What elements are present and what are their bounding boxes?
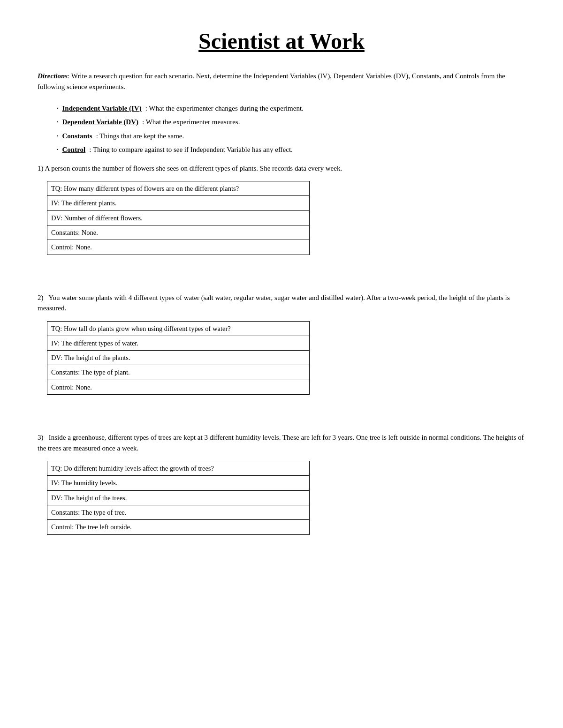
list-item: Control: Thing to compare against to see… bbox=[56, 144, 525, 155]
scenario-3-number: 3) bbox=[38, 434, 44, 441]
def-dv: : What the experimenter measures. bbox=[142, 117, 240, 128]
table-cell: TQ: How tall do plants grow when using d… bbox=[47, 321, 310, 336]
directions-text: : Write a research question for each sce… bbox=[38, 72, 505, 90]
table-cell: Constants: The type of plant. bbox=[47, 365, 310, 380]
term-dv: Dependent Variable (DV) bbox=[62, 117, 139, 128]
table-cell: TQ: How many different types of flowers … bbox=[47, 181, 310, 196]
scenario-3-body: Inside a greenhouse, different types of … bbox=[38, 434, 524, 452]
scenario-1: 1) A person counts the number of flowers… bbox=[38, 163, 525, 255]
directions-block: Directions: Write a research question fo… bbox=[38, 71, 525, 92]
table-row: Constants: The type of tree. bbox=[47, 505, 310, 519]
def-iv: : What the experimenter changes during t… bbox=[145, 103, 304, 114]
table-cell: Constants: The type of tree. bbox=[47, 505, 310, 519]
scenario-3-table: TQ: Do different humidity levels affect … bbox=[47, 461, 310, 534]
list-item: Constants: Things that are kept the same… bbox=[56, 131, 525, 142]
table-row: Control: The tree left outside. bbox=[47, 520, 310, 534]
table-row: TQ: Do different humidity levels affect … bbox=[47, 461, 310, 476]
table-row: DV: Number of different flowers. bbox=[47, 210, 310, 225]
scenario-1-body: A person counts the number of flowers sh… bbox=[45, 165, 342, 172]
table-cell: Control: None. bbox=[47, 240, 310, 255]
table-row: Control: None. bbox=[47, 380, 310, 394]
table-row: DV: The height of the trees. bbox=[47, 490, 310, 505]
table-cell: Control: None. bbox=[47, 380, 310, 394]
def-control: : Thing to compare against to see if Ind… bbox=[89, 144, 293, 155]
table-cell: TQ: Do different humidity levels affect … bbox=[47, 461, 310, 476]
table-cell: Control: The tree left outside. bbox=[47, 520, 310, 534]
scenario-1-text: 1) A person counts the number of flowers… bbox=[38, 163, 525, 174]
scenario-2-body: You water some plants with 4 different t… bbox=[38, 294, 510, 312]
directions-label: Directions bbox=[38, 72, 68, 80]
table-row: Constants: None. bbox=[47, 225, 310, 240]
def-constants: : Things that are kept the same. bbox=[96, 131, 184, 142]
table-row: TQ: How tall do plants grow when using d… bbox=[47, 321, 310, 336]
scenario-1-number: 1) bbox=[38, 165, 44, 172]
scenario-3: 3) Inside a greenhouse, different types … bbox=[38, 432, 525, 534]
term-control: Control bbox=[62, 144, 86, 155]
table-cell: IV: The different plants. bbox=[47, 196, 310, 210]
scenario-1-table: TQ: How many different types of flowers … bbox=[47, 181, 310, 255]
scenario-2: 2) You water some plants with 4 differen… bbox=[38, 293, 525, 395]
page: Scientist at Work Directions: Write a re… bbox=[0, 0, 563, 728]
page-title: Scientist at Work bbox=[38, 28, 525, 54]
table-cell: IV: The humidity levels. bbox=[47, 476, 310, 490]
table-row: IV: The different types of water. bbox=[47, 336, 310, 350]
scenario-3-text: 3) Inside a greenhouse, different types … bbox=[38, 432, 525, 453]
spacer-1 bbox=[38, 274, 525, 293]
table-row: IV: The humidity levels. bbox=[47, 476, 310, 490]
spacer-2 bbox=[38, 413, 525, 432]
table-cell: DV: Number of different flowers. bbox=[47, 210, 310, 225]
list-item: Independent Variable (IV): What the expe… bbox=[56, 103, 525, 114]
table-row: Control: None. bbox=[47, 240, 310, 255]
list-item: Dependent Variable (DV): What the experi… bbox=[56, 117, 525, 128]
term-constants: Constants bbox=[62, 131, 92, 142]
scenario-2-table: TQ: How tall do plants grow when using d… bbox=[47, 321, 310, 395]
table-row: Constants: The type of plant. bbox=[47, 365, 310, 380]
scenario-2-number: 2) bbox=[38, 294, 44, 301]
scenario-2-text: 2) You water some plants with 4 differen… bbox=[38, 293, 525, 314]
table-cell: IV: The different types of water. bbox=[47, 336, 310, 350]
table-cell: Constants: None. bbox=[47, 225, 310, 240]
table-row: TQ: How many different types of flowers … bbox=[47, 181, 310, 196]
table-row: IV: The different plants. bbox=[47, 196, 310, 210]
table-row: DV: The height of the plants. bbox=[47, 351, 310, 365]
table-cell: DV: The height of the plants. bbox=[47, 351, 310, 365]
table-cell: DV: The height of the trees. bbox=[47, 490, 310, 505]
term-iv: Independent Variable (IV) bbox=[62, 103, 142, 114]
bullet-list: Independent Variable (IV): What the expe… bbox=[56, 103, 525, 156]
